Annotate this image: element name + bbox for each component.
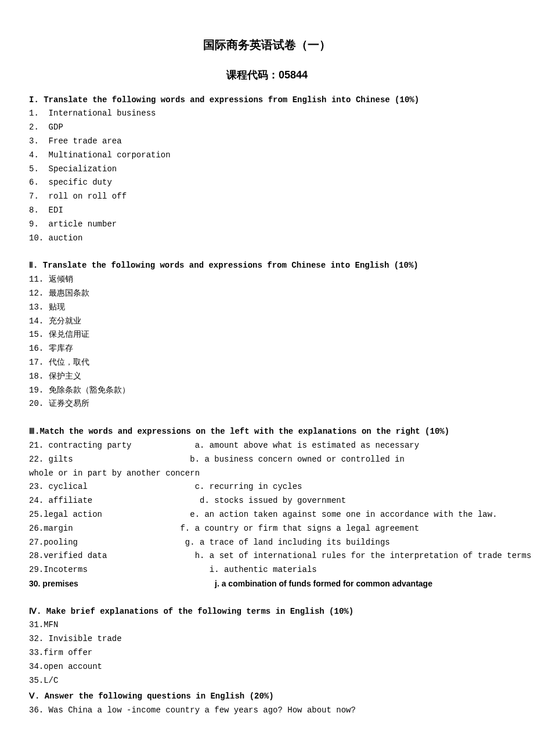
q22-cont: whole or in part by another concern [29,467,505,481]
q9: 9. article number [29,218,505,232]
q30: 30. premises j. a combination of funds f… [29,577,505,591]
q2: 2. GDP [29,121,505,135]
q32: 32. Invisible trade [29,632,505,646]
page-title: 国际商务英语试卷（一） [29,35,505,55]
q27: 27.pooling g. a trace of land including … [29,536,505,550]
section-1-head: I. Translate the following words and exp… [29,93,505,107]
q36: 36. Was China a low -income country a fe… [29,704,505,718]
q28: 28.verified data h. a set of internation… [29,549,505,563]
q7: 7. roll on roll off [29,190,505,204]
section-3-head: Ⅲ.Match the words and expressions on the… [29,425,505,439]
q10: 10. auction [29,232,505,246]
q16: 16. 零库存 [29,342,505,356]
q17: 17. 代位，取代 [29,356,505,370]
q3: 3. Free trade area [29,135,505,149]
section-4-head: Ⅳ. Make brief explanations of the follow… [29,605,505,619]
q24: 24. affiliate d. stocks issued by govern… [29,494,505,508]
section-5-head: Ⅴ. Answer the following questions in Eng… [29,690,505,704]
q13: 13. 贴现 [29,301,505,315]
q30-right: j. a combination of funds formed for com… [215,577,432,591]
q26: 26.margin f. a country or firm that sign… [29,522,505,536]
q31: 31.MFN [29,618,505,632]
q1: 1. International business [29,107,505,121]
q12: 12. 最惠国条款 [29,287,505,301]
q4: 4. Multinational corporation [29,149,505,163]
q14: 14. 充分就业 [29,315,505,329]
q23: 23. cyclical c. recurring in cycles [29,480,505,494]
q20: 20. 证券交易所 [29,397,505,411]
q8: 8. EDI [29,204,505,218]
section-2-head: Ⅱ. Translate the following words and exp… [29,259,505,273]
q15: 15. 保兑信用证 [29,328,505,342]
q30-left: 30. premises [29,577,215,591]
q6: 6. specific duty [29,176,505,190]
q34: 34.open account [29,660,505,674]
q5: 5. Specialization [29,163,505,177]
q19: 19. 免除条款（豁免条款） [29,384,505,398]
q11: 11. 返倾销 [29,273,505,287]
q25: 25.legal action e. an action taken again… [29,508,505,522]
q35: 35.L/C [29,674,505,688]
q18: 18. 保护主义 [29,370,505,384]
q33: 33.firm offer [29,646,505,660]
q21: 21. contracting party a. amount above wh… [29,439,505,453]
q29: 29.Incoterms i. authentic materials [29,563,505,577]
q22: 22. gilts b. a business concern owned or… [29,453,505,467]
course-code: 课程代码：05844 [29,66,505,84]
